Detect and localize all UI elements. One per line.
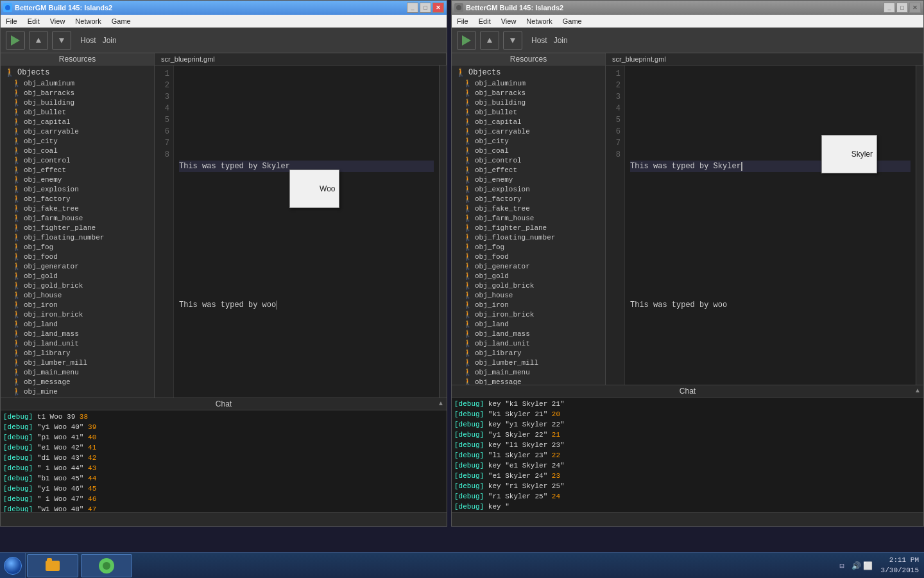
list-item[interactable]: 🚶obj_bullet <box>1 107 154 117</box>
list-item[interactable]: 🚶obj_barracks <box>452 88 605 98</box>
list-item[interactable]: 🚶obj_gold_brick <box>1 281 154 290</box>
list-item[interactable]: 🚶obj_land <box>452 319 605 329</box>
right-chat-messages[interactable]: [debug] key "k1 Skyler 21" [debug] "k1 S… <box>452 398 923 512</box>
list-item[interactable]: 🚶obj_land_mass <box>1 329 154 338</box>
list-item[interactable]: 🚶obj_fog <box>1 242 154 252</box>
list-item[interactable]: 🚶obj_fighter_plane <box>1 223 154 232</box>
list-item[interactable]: 🚶obj_mine <box>1 387 154 396</box>
right-menu-game[interactable]: Game <box>560 16 585 26</box>
list-item[interactable]: 🚶obj_generator <box>1 261 154 271</box>
left-menu-game[interactable]: Game <box>109 16 133 26</box>
list-item[interactable]: 🚶obj_barracks <box>1 88 154 98</box>
list-item[interactable]: 🚶obj_farm_house <box>452 213 605 223</box>
list-item[interactable]: 🚶obj_city <box>452 136 605 146</box>
right-menu-file[interactable]: File <box>454 16 471 26</box>
list-item[interactable]: 🚶obj_bullet <box>452 107 605 117</box>
list-item[interactable]: 🚶obj_floating_number <box>452 232 605 242</box>
left-close-button[interactable]: ✕ <box>432 3 444 13</box>
right-menu-view[interactable]: View <box>499 16 519 26</box>
left-objects-group[interactable]: 🚶 Objects <box>1 67 154 78</box>
right-chat-text-input[interactable] <box>452 512 923 526</box>
list-item[interactable]: 🚶obj_explosion <box>452 184 605 194</box>
left-host-button[interactable]: Host <box>80 36 96 45</box>
list-item[interactable]: 🚶obj_fake_tree <box>452 204 605 213</box>
list-item[interactable]: 🚶obj_iron_brick <box>452 310 605 319</box>
left-menu-file[interactable]: File <box>3 16 20 26</box>
right-menu-network[interactable]: Network <box>524 16 554 26</box>
list-item[interactable]: 🚶obj_coal <box>1 146 154 155</box>
right-down-button[interactable]: ▼ <box>503 31 522 50</box>
list-item[interactable]: 🚶obj_carryable <box>1 127 154 136</box>
left-up-button[interactable]: ▲ <box>29 31 48 50</box>
left-play-button[interactable] <box>6 31 25 50</box>
list-item[interactable]: 🚶obj_iron_brick <box>1 310 154 319</box>
list-item[interactable]: 🚶obj_food <box>452 252 605 261</box>
list-item[interactable]: 🚶obj_message <box>1 377 154 387</box>
list-item[interactable]: 🚶obj_gold <box>452 271 605 281</box>
list-item[interactable]: 🚶obj_mountains <box>1 396 154 398</box>
left-chat-expand-icon[interactable]: ▲ <box>438 399 444 407</box>
left-editor-scrollbar[interactable] <box>439 66 447 398</box>
right-up-button[interactable]: ▲ <box>480 31 499 50</box>
left-maximize-button[interactable]: □ <box>420 3 431 13</box>
right-objects-group[interactable]: 🚶 Objects <box>452 67 605 78</box>
list-item[interactable]: 🚶obj_city <box>1 136 154 146</box>
left-join-button[interactable]: Join <box>103 36 117 45</box>
list-item[interactable]: 🚶obj_coal <box>452 146 605 155</box>
right-host-button[interactable]: Host <box>531 36 547 45</box>
right-resources-list[interactable]: 🚶 Objects 🚶obj_aluminum 🚶obj_barracks 🚶o… <box>452 66 605 385</box>
list-item[interactable]: 🚶obj_gold_brick <box>452 281 605 290</box>
taskbar-item-explorer[interactable] <box>27 554 78 577</box>
list-item[interactable]: 🚶obj_capital <box>452 117 605 127</box>
list-item[interactable]: 🚶obj_aluminum <box>452 78 605 88</box>
right-editor-tab[interactable]: scr_blueprint.gml <box>606 53 923 66</box>
list-item[interactable]: 🚶obj_aluminum <box>1 78 154 88</box>
list-item[interactable]: 🚶obj_land <box>1 319 154 329</box>
list-item[interactable]: 🚶obj_iron <box>1 300 154 310</box>
list-item[interactable]: 🚶obj_effect <box>1 165 154 175</box>
list-item[interactable]: 🚶obj_factory <box>452 194 605 204</box>
left-code-area[interactable]: This was typed by Skyler This was typed … <box>174 66 439 398</box>
right-minimize-button[interactable]: _ <box>884 3 895 13</box>
left-menu-network[interactable]: Network <box>73 16 103 26</box>
list-item[interactable]: 🚶obj_main_menu <box>452 367 605 377</box>
list-item[interactable]: 🚶obj_library <box>452 348 605 358</box>
list-item[interactable]: 🚶obj_building <box>1 98 154 107</box>
taskbar-item-gear[interactable] <box>81 554 132 577</box>
list-item[interactable]: 🚶obj_generator <box>452 261 605 271</box>
list-item[interactable]: 🚶obj_message <box>452 377 605 385</box>
right-play-button[interactable] <box>457 31 476 50</box>
list-item[interactable]: 🚶obj_main_menu <box>1 367 154 377</box>
list-item[interactable]: 🚶obj_capital <box>1 117 154 127</box>
left-chat-text-input[interactable] <box>1 512 447 526</box>
right-join-button[interactable]: Join <box>554 36 568 45</box>
right-chat-input[interactable] <box>452 512 923 526</box>
right-code-area[interactable]: This was typed by Skyler This was typed … <box>625 66 916 385</box>
right-close-button[interactable]: ✕ <box>909 3 921 13</box>
left-chat-messages[interactable]: [debug] t1 Woo 39 38 [debug] "y1 Woo 40"… <box>1 410 447 512</box>
left-menu-view[interactable]: View <box>47 16 68 26</box>
list-item[interactable]: 🚶obj_fake_tree <box>1 204 154 213</box>
list-item[interactable]: 🚶obj_house <box>452 290 605 300</box>
left-editor-tab[interactable]: scr_blueprint.gml <box>155 53 447 66</box>
left-minimize-button[interactable]: _ <box>407 3 418 13</box>
list-item[interactable]: 🚶obj_fog <box>452 242 605 252</box>
start-button[interactable] <box>0 553 26 579</box>
left-chat-input[interactable] <box>1 512 447 526</box>
list-item[interactable]: 🚶obj_enemy <box>452 175 605 184</box>
right-chat-expand-icon[interactable]: ▲ <box>914 387 921 394</box>
list-item[interactable]: 🚶obj_effect <box>452 165 605 175</box>
list-item[interactable]: 🚶obj_library <box>1 348 154 358</box>
right-menu-edit[interactable]: Edit <box>476 16 493 26</box>
list-item[interactable]: 🚶obj_factory <box>1 194 154 204</box>
list-item[interactable]: 🚶obj_carryable <box>452 127 605 136</box>
list-item[interactable]: 🚶obj_gold <box>1 271 154 281</box>
list-item[interactable]: 🚶obj_floating_number <box>1 232 154 242</box>
list-item[interactable]: 🚶obj_land_mass <box>452 329 605 338</box>
right-maximize-button[interactable]: □ <box>896 3 908 13</box>
right-editor-scrollbar[interactable] <box>916 66 923 385</box>
list-item[interactable]: 🚶obj_land_unit <box>452 338 605 348</box>
left-menu-edit[interactable]: Edit <box>25 16 42 26</box>
list-item[interactable]: 🚶obj_control <box>452 155 605 165</box>
list-item[interactable]: 🚶obj_fighter_plane <box>452 223 605 232</box>
